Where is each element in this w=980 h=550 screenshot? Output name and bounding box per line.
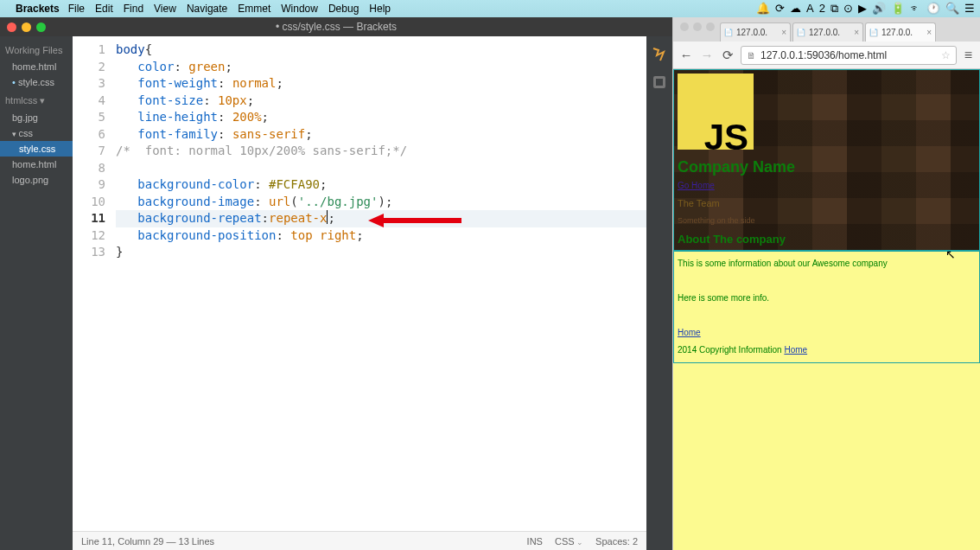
code-line[interactable]: background-color: #FCFA90; bbox=[116, 176, 646, 194]
wifi-icon[interactable]: ᯤ bbox=[910, 2, 921, 16]
code-editor[interactable]: 12345678910111213 body{ color: green; fo… bbox=[73, 36, 646, 531]
notification-icon[interactable]: 🔔 bbox=[756, 2, 770, 16]
window-titlebar[interactable]: • css/style.css — Brackets bbox=[0, 17, 672, 36]
statusbar: Line 11, Column 29 — 13 Lines INS CSS Sp… bbox=[73, 531, 646, 550]
maximize-window-icon[interactable] bbox=[36, 22, 46, 32]
project-folder-css[interactable]: css bbox=[0, 125, 73, 141]
browser-menu-icon[interactable]: ≡ bbox=[962, 48, 975, 63]
reload-button[interactable]: ⟳ bbox=[720, 48, 735, 63]
code-line[interactable]: background-image: url('../bg.jpg'); bbox=[116, 194, 646, 211]
browser-minimize-icon[interactable] bbox=[693, 22, 702, 31]
line-number: 1 bbox=[73, 42, 105, 59]
code-line[interactable]: font-size: 10px; bbox=[116, 93, 646, 110]
line-number: 8 bbox=[73, 160, 105, 177]
number-icon[interactable]: 2 bbox=[819, 2, 825, 16]
extensions-icon[interactable] bbox=[652, 74, 667, 90]
url-text: 127.0.0.1:59036/home.html bbox=[760, 49, 887, 61]
menu-debug[interactable]: Debug bbox=[328, 3, 359, 15]
line-number: 13 bbox=[73, 244, 105, 261]
live-preview-icon[interactable] bbox=[652, 47, 667, 62]
tab-label: 127.0.0. bbox=[881, 28, 913, 37]
menu-help[interactable]: Help bbox=[369, 3, 391, 15]
line-number: 7 bbox=[73, 143, 105, 160]
working-file-style[interactable]: style.css bbox=[0, 74, 73, 90]
code-line[interactable]: body{ bbox=[116, 42, 646, 59]
browser-tab-3[interactable]: 📄 127.0.0. × bbox=[865, 22, 936, 42]
side-note: Something on the side bbox=[674, 212, 979, 229]
line-number: 5 bbox=[73, 109, 105, 126]
status-language[interactable]: CSS bbox=[555, 536, 583, 547]
status-ins[interactable]: INS bbox=[527, 536, 543, 547]
project-file-style[interactable]: style.css bbox=[0, 141, 73, 157]
browser-window: 📄 127.0.0. × 📄 127.0.0. × 📄 127.0.0. × ←… bbox=[672, 17, 980, 550]
menu-file[interactable]: File bbox=[68, 3, 85, 15]
code-line[interactable]: font-weight: normal; bbox=[116, 75, 646, 93]
code-line[interactable]: background-repeat:repeat-x; bbox=[116, 210, 646, 227]
browser-tab-1[interactable]: 📄 127.0.0. × bbox=[720, 22, 791, 42]
project-heading[interactable]: htmlcss ▾ bbox=[0, 90, 73, 110]
code-line[interactable]: background-position: top right; bbox=[116, 227, 646, 245]
content-home-link[interactable]: Home bbox=[678, 328, 701, 337]
svg-rect-2 bbox=[656, 79, 663, 86]
code-line[interactable] bbox=[116, 160, 646, 177]
record-icon[interactable]: ⊙ bbox=[843, 2, 853, 16]
battery-icon[interactable]: 🔋 bbox=[891, 2, 905, 16]
menu-emmet[interactable]: Emmet bbox=[238, 3, 270, 15]
status-spaces[interactable]: Spaces: 2 bbox=[595, 536, 638, 547]
js-logo: JS bbox=[678, 74, 754, 150]
rendered-page[interactable]: JS Company Name Go Home The Team Somethi… bbox=[673, 69, 980, 550]
project-file-home[interactable]: home.html bbox=[0, 157, 73, 172]
mac-menubar: Brackets File Edit Find View Navigate Em… bbox=[0, 0, 980, 17]
code-content[interactable]: body{ color: green; font-weight: normal;… bbox=[116, 36, 646, 531]
content-para-2: Here is some more info. bbox=[678, 290, 976, 307]
tab-close-icon[interactable]: × bbox=[781, 28, 786, 37]
about-link[interactable]: The Team bbox=[674, 195, 979, 212]
forward-button[interactable]: → bbox=[699, 48, 715, 62]
volume-icon[interactable]: 🔊 bbox=[872, 2, 886, 16]
clock-icon[interactable]: 🕐 bbox=[926, 2, 940, 16]
page-header: JS Company Name Go Home The Team Somethi… bbox=[673, 69, 980, 251]
tab-close-icon[interactable]: × bbox=[854, 28, 859, 37]
page-icon: 🗎 bbox=[747, 50, 756, 61]
menu-view[interactable]: View bbox=[154, 3, 176, 15]
browser-maximize-icon[interactable] bbox=[706, 22, 715, 31]
menu-navigate[interactable]: Navigate bbox=[187, 3, 227, 15]
play-icon[interactable]: ▶ bbox=[858, 2, 867, 16]
line-number-gutter: 12345678910111213 bbox=[73, 36, 116, 531]
tab-close-icon[interactable]: × bbox=[926, 28, 932, 37]
code-line[interactable]: } bbox=[116, 244, 646, 261]
menubar-status-icons: 🔔 ⟳ ☁ A 2 ⧉ ⊙ ▶ 🔊 🔋 ᯤ 🕐 🔍 ☰ bbox=[756, 2, 975, 16]
code-line[interactable]: font-family: sans-serif; bbox=[116, 126, 646, 144]
menu-window[interactable]: Window bbox=[281, 3, 318, 15]
footer-home-link[interactable]: Home bbox=[784, 345, 807, 355]
cloud-icon[interactable]: ☁ bbox=[790, 2, 801, 16]
browser-close-icon[interactable] bbox=[680, 22, 689, 31]
working-file-home[interactable]: home.html bbox=[0, 59, 73, 74]
minimize-window-icon[interactable] bbox=[22, 22, 31, 32]
browser-tab-2[interactable]: 📄 127.0.0. × bbox=[792, 22, 863, 42]
menu-find[interactable]: Find bbox=[124, 3, 143, 15]
working-files-heading[interactable]: Working Files bbox=[0, 40, 73, 59]
spotlight-icon[interactable]: 🔍 bbox=[945, 2, 959, 16]
dropbox-icon[interactable]: ⧉ bbox=[830, 2, 838, 16]
code-line[interactable]: /* font: normal 10px/200% sans-serif;*/ bbox=[116, 143, 646, 160]
code-line[interactable]: line-height: 200%; bbox=[116, 109, 646, 126]
bookmark-star-icon[interactable]: ☆ bbox=[941, 49, 951, 61]
code-line[interactable]: color: green; bbox=[116, 59, 646, 76]
close-window-icon[interactable] bbox=[7, 22, 16, 32]
line-number: 10 bbox=[73, 194, 105, 211]
menu-edit[interactable]: Edit bbox=[95, 3, 113, 15]
line-number: 3 bbox=[73, 75, 105, 93]
url-bar[interactable]: 🗎 127.0.0.1:59036/home.html ☆ bbox=[741, 46, 957, 65]
adobe-icon[interactable]: A bbox=[806, 2, 814, 16]
content-para-1: This is some information about our Aweso… bbox=[678, 255, 976, 272]
project-file-logo[interactable]: logo.png bbox=[0, 172, 73, 188]
list-icon[interactable]: ☰ bbox=[964, 2, 975, 16]
brackets-window: • css/style.css — Brackets Working Files… bbox=[0, 17, 672, 550]
tab-label: 127.0.0. bbox=[736, 28, 767, 37]
nav-home-link[interactable]: Go Home bbox=[674, 177, 718, 195]
back-button[interactable]: ← bbox=[678, 48, 694, 62]
app-name[interactable]: Brackets bbox=[16, 3, 60, 15]
project-file-bg[interactable]: bg.jpg bbox=[0, 110, 73, 125]
sync-icon[interactable]: ⟳ bbox=[775, 2, 785, 16]
